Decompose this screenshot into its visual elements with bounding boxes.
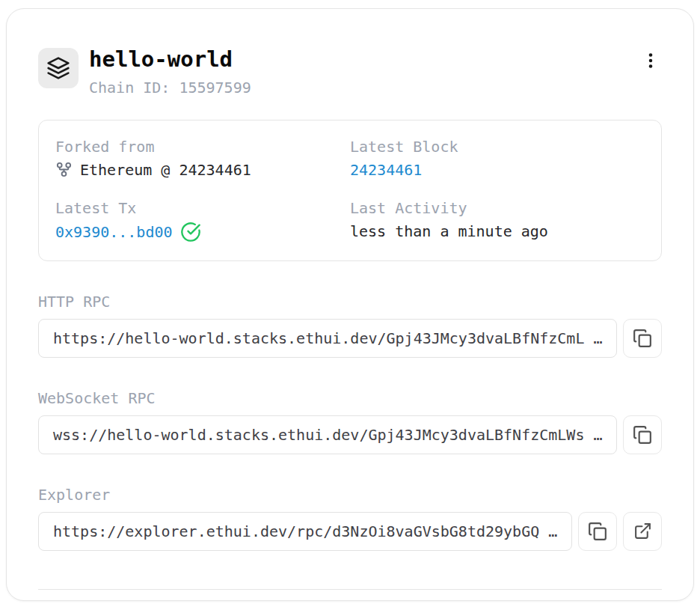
latest-tx-link[interactable]: 0x9390...bd00 xyxy=(55,222,173,242)
git-fork-icon xyxy=(55,161,73,178)
ws-rpc-copy-button[interactable] xyxy=(623,415,662,454)
footer-divider xyxy=(38,589,662,590)
circle-check-icon xyxy=(180,222,201,243)
chain-id-subtitle: Chain ID: 15597599 xyxy=(89,79,639,97)
latest-tx-label: Latest Tx xyxy=(55,198,350,218)
http-rpc-row: https://hello-world.stacks.ethui.dev/Gpj… xyxy=(38,319,662,358)
info-last-activity: Last Activity less than a minute ago xyxy=(350,198,645,243)
last-activity-value: less than a minute ago xyxy=(350,222,548,241)
layers-icon xyxy=(46,56,70,80)
copy-icon xyxy=(633,329,652,348)
http-rpc-copy-button[interactable] xyxy=(623,319,662,358)
info-latest-block: Latest Block 24234461 xyxy=(350,137,645,180)
copy-icon xyxy=(633,425,652,445)
explorer-label: Explorer xyxy=(38,486,662,504)
forked-from-value: Ethereum @ 24234461 xyxy=(80,160,251,180)
stack-title: hello-world xyxy=(89,48,639,72)
card-header: hello-world Chain ID: 15597599 xyxy=(38,48,662,97)
ws-rpc-row: wss://hello-world.stacks.ethui.dev/Gpj43… xyxy=(38,415,662,454)
info-latest-tx: Latest Tx 0x9390...bd00 xyxy=(55,198,350,243)
stack-info-panel: Forked from Ethereum @ 24234461 Latest B… xyxy=(38,120,662,261)
latest-block-label: Latest Block xyxy=(350,137,645,156)
info-forked-from: Forked from Ethereum @ 24234461 xyxy=(55,137,350,180)
copy-icon xyxy=(588,522,607,541)
kebab-menu-icon xyxy=(641,51,660,70)
forked-from-label: Forked from xyxy=(55,137,350,156)
header-text: hello-world Chain ID: 15597599 xyxy=(89,48,639,97)
ws-rpc-label: WebSocket RPC xyxy=(38,389,662,407)
external-link-icon xyxy=(633,522,652,540)
explorer-row: https://explorer.ethui.dev/rpc/d3NzOi8va… xyxy=(38,512,662,551)
more-options-button[interactable] xyxy=(639,49,662,72)
stack-card: hello-world Chain ID: 15597599 Forked fr… xyxy=(6,8,694,601)
explorer-open-button[interactable] xyxy=(623,512,662,551)
explorer-url-field[interactable]: https://explorer.ethui.dev/rpc/d3NzOi8va… xyxy=(38,512,572,551)
http-rpc-label: HTTP RPC xyxy=(38,293,662,311)
ws-rpc-url-field[interactable]: wss://hello-world.stacks.ethui.dev/Gpj43… xyxy=(38,415,617,454)
last-activity-label: Last Activity xyxy=(350,198,645,218)
http-rpc-url-field[interactable]: https://hello-world.stacks.ethui.dev/Gpj… xyxy=(38,319,617,358)
stack-avatar xyxy=(38,48,79,88)
latest-block-link[interactable]: 24234461 xyxy=(350,160,422,180)
explorer-copy-button[interactable] xyxy=(578,512,617,551)
